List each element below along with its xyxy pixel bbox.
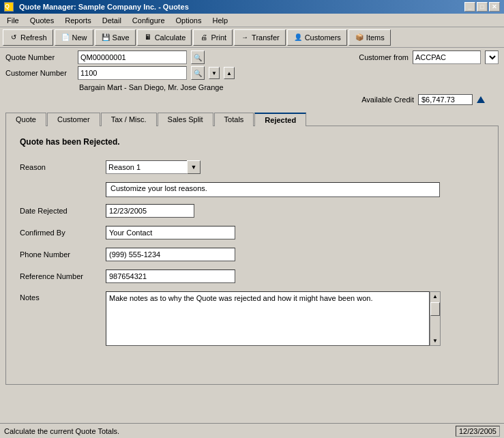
print-label: Print [211, 33, 226, 42]
quote-number-search-button[interactable]: 🔍 [191, 50, 205, 64]
print-icon: 🖨 [199, 33, 209, 42]
toolbar: ↺ Refresh 📄 New 💾 Save 🖩 Calculate 🖨 Pri… [0, 27, 504, 48]
customers-icon: 👤 [293, 33, 303, 42]
transfer-icon: → [240, 33, 250, 42]
menu-options[interactable]: Options [172, 15, 206, 26]
close-button[interactable]: ✕ [489, 2, 500, 12]
customer-address: Bargain Mart - San Diego, Mr. Jose Grang… [5, 82, 499, 93]
minimize-button[interactable]: _ [464, 2, 475, 12]
reference-number-input[interactable] [106, 269, 235, 283]
transfer-label: Transfer [252, 33, 280, 42]
save-label: Save [113, 33, 130, 42]
customer-from-label: Customer from [359, 53, 409, 61]
rejected-heading: Quote has been Rejected. [20, 137, 484, 147]
date-rejected-row: Date Rejected [20, 204, 484, 218]
customer-from-input[interactable] [413, 50, 481, 64]
confirmed-by-label: Confirmed By [20, 229, 102, 237]
date-rejected-label: Date Rejected [20, 207, 102, 215]
new-label: New [72, 33, 87, 42]
customer-number-label: Customer Number [5, 69, 74, 77]
phone-number-row: Phone Number [20, 248, 484, 261]
quote-number-label: Quote Number [5, 53, 74, 61]
transfer-button[interactable]: → Transfer [234, 29, 286, 46]
menu-file[interactable]: File [3, 15, 23, 26]
new-button[interactable]: 📄 New [55, 29, 93, 46]
items-label: Items [366, 33, 385, 42]
menu-reports[interactable]: Reports [61, 15, 95, 26]
items-icon: 📦 [355, 33, 364, 42]
available-credit-label: Available Credit [361, 96, 414, 104]
tab-customer[interactable]: Customer [47, 113, 100, 126]
new-icon: 📄 [61, 33, 70, 42]
notes-scrollbar[interactable]: ▲ ▼ [430, 291, 441, 346]
tab-content-rejected: Quote has been Rejected. Reason ▼ Custom… [5, 126, 499, 385]
customers-label: Customers [305, 33, 341, 42]
status-date: 12/23/2005 [456, 426, 500, 437]
app-icon: Q [4, 2, 14, 12]
reason-row: Reason ▼ [20, 160, 484, 174]
reason-dropdown-container: ▼ [106, 160, 201, 174]
status-text: Calculate the current Quote Totals. [4, 427, 119, 435]
reason-label: Reason [20, 163, 102, 171]
phone-number-input[interactable] [106, 248, 235, 261]
calculate-icon: 🖩 [143, 33, 153, 42]
tab-totals[interactable]: Totals [214, 113, 254, 126]
scrollbar-thumb[interactable] [430, 302, 440, 316]
calculate-label: Calculate [155, 33, 186, 42]
notes-textarea[interactable]: Make notes as to why the Quote was rejec… [106, 291, 430, 346]
reason-input[interactable] [106, 160, 188, 174]
date-rejected-input[interactable] [106, 204, 194, 218]
confirmed-by-row: Confirmed By [20, 226, 484, 239]
credit-up-arrow[interactable] [477, 96, 485, 103]
refresh-button[interactable]: ↺ Refresh [3, 29, 53, 46]
notes-label: Notes [20, 293, 102, 302]
customer-number-search-button[interactable]: 🔍 [191, 66, 205, 80]
customers-button[interactable]: 👤 Customers [287, 29, 347, 46]
items-button[interactable]: 📦 Items [349, 29, 391, 46]
scrollbar-down-arrow[interactable]: ▼ [431, 336, 439, 345]
confirmed-by-input[interactable] [106, 226, 235, 239]
status-bar: Calculate the current Quote Totals. 12/2… [0, 423, 504, 438]
available-credit-value: $6,747.73 [418, 94, 473, 105]
refresh-icon: ↺ [9, 33, 18, 42]
customer-nav-up-button[interactable]: ▲ [224, 67, 235, 79]
print-button[interactable]: 🖨 Print [193, 29, 233, 46]
customer-from-select[interactable] [485, 50, 499, 64]
title-bar-buttons: _ □ ✕ [464, 2, 500, 12]
tab-sales-split[interactable]: Sales Split [158, 113, 213, 126]
menu-configure[interactable]: Configure [128, 15, 169, 26]
window-title: Quote Manager: Sample Company Inc. - Quo… [19, 3, 189, 11]
reason-hint: Customize your lost reasons. [106, 182, 440, 197]
notes-row: Notes Make notes as to why the Quote was… [20, 291, 484, 346]
save-button[interactable]: 💾 Save [95, 29, 136, 46]
scrollbar-up-arrow[interactable]: ▲ [431, 292, 439, 301]
tab-quote[interactable]: Quote [5, 113, 46, 126]
tabs-container: Quote Customer Tax / Misc. Sales Split T… [0, 109, 504, 126]
menu-detail[interactable]: Detail [98, 15, 125, 26]
refresh-label: Refresh [20, 33, 47, 42]
menu-quotes[interactable]: Quotes [26, 15, 58, 26]
phone-number-label: Phone Number [20, 250, 102, 259]
menu-bar: File Quotes Reports Detail Configure Opt… [0, 14, 504, 27]
title-bar: Q Quote Manager: Sample Company Inc. - Q… [0, 0, 504, 14]
form-header: Quote Number 🔍 Customer from Customer Nu… [0, 48, 504, 109]
reference-number-label: Reference Number [20, 272, 102, 280]
notes-wrapper: Make notes as to why the Quote was rejec… [106, 291, 441, 346]
customer-number-input[interactable] [78, 66, 187, 80]
reason-dropdown-button[interactable]: ▼ [187, 160, 201, 174]
menu-help[interactable]: Help [208, 15, 232, 26]
save-icon: 💾 [101, 33, 110, 42]
reference-number-row: Reference Number [20, 269, 484, 283]
tab-tax-misc[interactable]: Tax / Misc. [101, 113, 157, 126]
calculate-button[interactable]: 🖩 Calculate [137, 29, 192, 46]
maximize-button[interactable]: □ [477, 2, 488, 12]
quote-number-input[interactable] [78, 50, 187, 64]
tab-rejected[interactable]: Rejected [254, 113, 306, 126]
customer-nav-down-button[interactable]: ▼ [209, 67, 220, 79]
